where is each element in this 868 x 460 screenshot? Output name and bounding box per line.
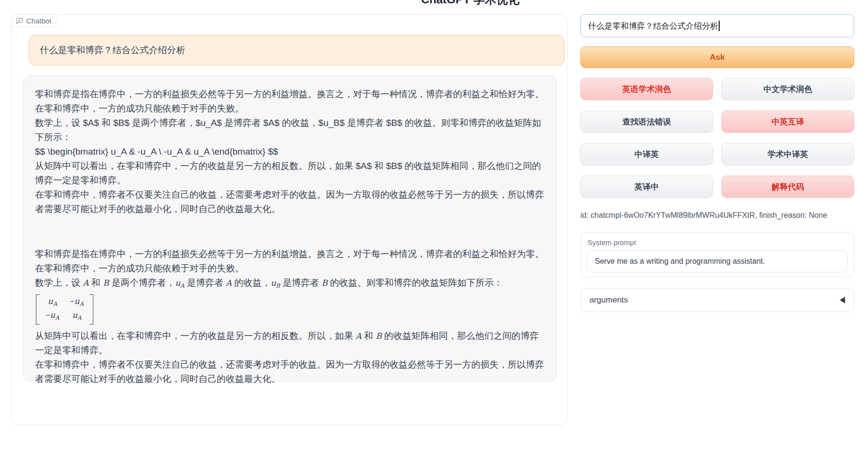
bot-raw-line-d: 从矩阵中可以看出，在零和博弈中，一方的收益是另一方的相反数。所以，如果 $A$ …	[35, 159, 545, 188]
bot-rendered-line-d: 从矩阵中可以看出，在零和博弈中，一方的收益是另一方的相反数。所以，如果 A 和 …	[35, 329, 545, 358]
bot-raw-line-b: 数学上，设 $A$ 和 $B$ 是两个博弈者，$u_A$ 是博弈者 $A$ 的收…	[35, 116, 545, 145]
quick-action-grid: 英语学术润色 中文学术润色 查找语法错误 中英互译 中译英 学术中译英 英译中 …	[580, 78, 854, 198]
quick-button-find-grammar-errors[interactable]: 查找语法错误	[580, 111, 713, 133]
bot-raw-paragraph: 零和博弈是指在博弈中，一方的利益损失必然等于另一方的利益增益。换言之，对于每一种…	[35, 87, 545, 216]
prompt-input-value: 什么是零和博弈？结合公式介绍分析	[588, 21, 718, 32]
quick-button-zh-to-en[interactable]: 中译英	[580, 143, 713, 165]
bot-message: 零和博弈是指在博弈中，一方的利益损失必然等于另一方的利益增益。换言之，对于每一种…	[23, 75, 557, 381]
arguments-accordion[interactable]: arguments	[580, 288, 854, 312]
matrix-left-bracket	[36, 294, 40, 325]
accordion-collapsed-triangle-icon	[840, 297, 845, 303]
ask-button-label: Ask	[710, 53, 724, 62]
system-prompt-input[interactable]: Serve me as a writing and programming as…	[587, 250, 848, 272]
quick-button-chinese-academic-polish[interactable]: 中文学术润色	[722, 78, 854, 100]
status-id-text: id: chatcmpl-6wOo7KrYTwMl89lbrMWRu4UkFFX…	[580, 211, 827, 220]
quick-button-en-to-zh[interactable]: 英译中	[580, 176, 713, 198]
matrix-right-bracket	[89, 294, 93, 325]
prompt-input[interactable]: 什么是零和博弈？结合公式介绍分析	[580, 14, 854, 37]
bot-raw-line-a: 零和博弈是指在博弈中，一方的利益损失必然等于另一方的利益增益。换言之，对于每一种…	[35, 87, 545, 116]
chatbot-label: Chatbot	[11, 14, 58, 27]
bot-rendered-line-b: 数学上，设 A 和 B 是两个博弈者，uA 是博弈者 A 的收益，uB 是博弈者…	[35, 276, 545, 293]
chat-bubble-icon	[16, 17, 23, 25]
chatbot-label-text: Chatbot	[26, 17, 52, 25]
paragraph-gap	[35, 216, 545, 247]
chatbot-panel: Chatbot 什么是零和博弈？结合公式介绍分析 零和博弈是指在博弈中，一方的利…	[11, 14, 568, 425]
bot-rendered-line-e: 在零和博弈中，博弈者不仅要关注自己的收益，还需要考虑对手的收益。因为一方取得的收…	[35, 358, 545, 386]
quick-button-zh-en-mutual-translate[interactable]: 中英互译	[722, 111, 854, 133]
page-title: ChatGPT 学术优化	[421, 0, 519, 7]
bot-rendered-paragraph: 零和博弈是指在博弈中，一方的利益损失必然等于另一方的利益增益。换言之，对于每一种…	[35, 247, 545, 386]
ask-button[interactable]: Ask	[580, 46, 854, 68]
user-message: 什么是零和博弈？结合公式介绍分析	[29, 35, 565, 66]
quick-button-explain-code[interactable]: 解释代码	[722, 176, 854, 198]
matrix-cells: uA−uA−uAuA	[40, 294, 89, 325]
system-prompt-value: Serve me as a writing and programming as…	[595, 257, 765, 266]
bot-rendered-line-a: 零和博弈是指在博弈中，一方的利益损失必然等于另一方的利益增益。换言之，对于每一种…	[35, 247, 545, 276]
payoff-matrix: uA−uA−uAuA	[35, 293, 545, 329]
arguments-accordion-label: arguments	[590, 295, 628, 305]
system-prompt-label: System prompt	[588, 238, 848, 247]
text-cursor	[719, 21, 720, 31]
quick-button-english-academic-polish[interactable]: 英语学术润色	[580, 78, 713, 100]
system-prompt-card: System prompt Serve me as a writing and …	[580, 232, 854, 277]
user-message-text: 什么是零和博弈？结合公式介绍分析	[40, 44, 185, 56]
bot-raw-line-e: 在零和博弈中，博弈者不仅要关注自己的收益，还需要考虑对手的收益。因为一方取得的收…	[35, 188, 545, 216]
quick-button-academic-zh-to-en[interactable]: 学术中译英	[722, 143, 854, 165]
bot-raw-formula: $$ \begin{bmatrix} u_A & -u_A \ -u_A & u…	[35, 145, 545, 159]
